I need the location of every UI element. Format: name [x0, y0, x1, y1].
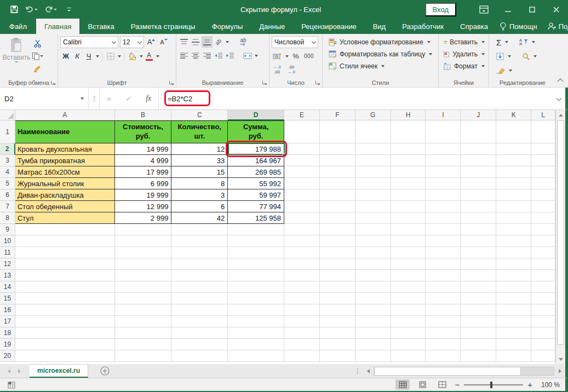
- cell-A18[interactable]: [15, 327, 115, 339]
- cell-D4[interactable]: 269 985: [228, 166, 284, 178]
- cell-G9[interactable]: [355, 224, 391, 235]
- cell-A7[interactable]: Стол обеденный: [15, 201, 115, 212]
- cell-E13[interactable]: [284, 270, 320, 281]
- cut-icon[interactable]: [31, 38, 44, 49]
- cell-H3[interactable]: [391, 155, 426, 166]
- tab-help[interactable]: Справка: [452, 19, 496, 34]
- cell-B4[interactable]: 17 999: [115, 166, 172, 178]
- macro-record-icon[interactable]: [8, 381, 16, 389]
- cell-K12[interactable]: [496, 258, 531, 270]
- cell-A8[interactable]: Стул: [15, 212, 115, 224]
- cell-C1[interactable]: Количество,шт.: [171, 120, 228, 143]
- tab-data[interactable]: Данные: [251, 19, 293, 34]
- cell-J3[interactable]: [461, 155, 496, 166]
- cell-K10[interactable]: [496, 235, 531, 247]
- cell-E2[interactable]: [284, 143, 320, 155]
- cell-E6[interactable]: [284, 189, 320, 201]
- zoom-level[interactable]: 100 %: [538, 381, 560, 389]
- cell-E16[interactable]: [284, 304, 320, 316]
- cell-D18[interactable]: [228, 327, 284, 339]
- cell-H1[interactable]: [391, 120, 426, 143]
- cell-F3[interactable]: [320, 155, 355, 166]
- decrease-indent-icon[interactable]: [213, 50, 224, 61]
- cell-G7[interactable]: [355, 201, 391, 212]
- cell-C16[interactable]: [171, 304, 228, 316]
- cell-E5[interactable]: [284, 178, 320, 189]
- cell-F8[interactable]: [320, 212, 355, 224]
- enter-formula-icon[interactable]: ✓: [125, 94, 132, 103]
- row-header-3[interactable]: 3: [0, 155, 15, 166]
- cell-B17[interactable]: [115, 316, 172, 327]
- font-size-select[interactable]: 12: [120, 36, 144, 48]
- format-cells-button[interactable]: Формат: [442, 60, 486, 72]
- cell-C13[interactable]: [171, 270, 228, 281]
- cell-H9[interactable]: [391, 224, 426, 235]
- cell-K17[interactable]: [496, 316, 531, 327]
- name-box[interactable]: D2: [0, 88, 89, 109]
- cell-A15[interactable]: [15, 293, 115, 304]
- zoom-in-button[interactable]: +: [527, 381, 532, 389]
- cell-H8[interactable]: [391, 212, 426, 224]
- cell-F1[interactable]: [320, 120, 355, 143]
- insert-function-icon[interactable]: fx: [146, 94, 151, 103]
- new-sheet-button[interactable]: [88, 364, 122, 378]
- column-header-H[interactable]: H: [391, 110, 426, 120]
- cell-F20[interactable]: [320, 350, 355, 362]
- cell-I14[interactable]: [426, 281, 461, 293]
- column-header-A[interactable]: A: [15, 110, 115, 120]
- cell-F19[interactable]: [320, 339, 355, 350]
- cell-F6[interactable]: [320, 189, 355, 201]
- cell-H16[interactable]: [391, 304, 426, 316]
- cell-L2[interactable]: [531, 143, 555, 155]
- close-button[interactable]: [544, 0, 568, 19]
- scroll-up-icon[interactable]: [556, 110, 565, 120]
- cell-C7[interactable]: 6: [171, 201, 228, 212]
- row-header-15[interactable]: 15: [0, 293, 15, 304]
- cell-D9[interactable]: [228, 224, 284, 235]
- scroll-left-icon[interactable]: [364, 367, 372, 376]
- merge-center-icon[interactable]: [242, 50, 253, 61]
- cell-J17[interactable]: [461, 316, 496, 327]
- align-middle-icon[interactable]: [190, 36, 201, 48]
- cell-B8[interactable]: 2 999: [115, 212, 172, 224]
- cell-F15[interactable]: [320, 293, 355, 304]
- font-color-icon[interactable]: А: [144, 50, 154, 62]
- cell-J11[interactable]: [461, 247, 496, 258]
- cell-B14[interactable]: [115, 281, 172, 293]
- cell-L13[interactable]: [531, 270, 555, 281]
- sign-in-button[interactable]: Вход: [425, 3, 456, 16]
- cell-G17[interactable]: [355, 316, 391, 327]
- cell-A20[interactable]: [15, 350, 115, 362]
- row-header-19[interactable]: 19: [0, 339, 15, 350]
- cell-I5[interactable]: [426, 178, 461, 189]
- cell-C11[interactable]: [171, 247, 228, 258]
- cell-G20[interactable]: [355, 350, 391, 362]
- cell-F18[interactable]: [320, 327, 355, 339]
- cell-D8[interactable]: 125 958: [228, 212, 284, 224]
- cell-B18[interactable]: [115, 327, 172, 339]
- cell-C18[interactable]: [171, 327, 228, 339]
- column-header-J[interactable]: J: [461, 110, 496, 120]
- row-header-14[interactable]: 14: [0, 281, 15, 293]
- cell-J16[interactable]: [461, 304, 496, 316]
- cell-G11[interactable]: [355, 247, 391, 258]
- cell-I13[interactable]: [426, 270, 461, 281]
- cell-K1[interactable]: [496, 120, 531, 143]
- cell-E1[interactable]: [284, 120, 320, 143]
- cell-G1[interactable]: [355, 120, 391, 143]
- cell-I3[interactable]: [426, 155, 461, 166]
- cell-J18[interactable]: [461, 327, 496, 339]
- collapse-ribbon-icon[interactable]: [557, 78, 563, 84]
- prev-sheet-icon[interactable]: [8, 369, 10, 373]
- sort-filter-button[interactable]: АЯ: [518, 36, 537, 48]
- cell-E12[interactable]: [284, 258, 320, 270]
- fill-color-dropdown-icon[interactable]: [140, 55, 143, 57]
- cell-B20[interactable]: [115, 350, 172, 362]
- column-header-I[interactable]: I: [426, 110, 461, 120]
- cell-B1[interactable]: Стоимость,руб.: [115, 120, 172, 143]
- cell-L14[interactable]: [531, 281, 555, 293]
- cell-D20[interactable]: [228, 350, 284, 362]
- row-header-4[interactable]: 4: [0, 166, 15, 178]
- underline-dropdown-icon[interactable]: [96, 55, 99, 57]
- cell-E20[interactable]: [284, 350, 320, 362]
